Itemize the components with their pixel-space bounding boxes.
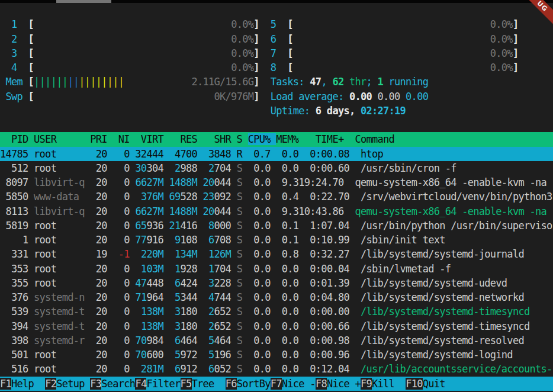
text-run: 5: [208, 349, 214, 361]
text-run: 600: [146, 349, 175, 361]
text-run: 376M: [135, 191, 163, 203]
text-run: ]: [253, 91, 259, 102]
text-run: S: [237, 234, 243, 246]
f4-label[interactable]: Filter: [146, 378, 180, 390]
text-run: 70: [135, 335, 146, 346]
text-run: ]: [513, 33, 519, 45]
f4-key[interactable]: F4: [135, 378, 146, 390]
text-run: S: [237, 248, 243, 260]
cpu-meter-row-4-8: 4 [ 0.0%] 8 [ 0.0%]: [0, 60, 553, 75]
process-row-8097[interactable]: 8097 libvirt-q 20 0 6627M 1488M 20044 S …: [0, 175, 553, 189]
text-run: 20 0: [90, 176, 135, 188]
text-run: 0.0%: [490, 18, 513, 30]
text-run: S: [237, 176, 243, 188]
text-run: running: [383, 76, 428, 88]
text-run: [124, 76, 191, 88]
f6-label[interactable]: SortBy: [237, 378, 271, 390]
text-run: [: [28, 47, 34, 59]
f3-label[interactable]: Search: [101, 378, 135, 390]
text-run: 20 0: [90, 205, 135, 217]
text-run: ]: [253, 62, 259, 73]
text-run: 228: [214, 277, 237, 289]
function-key-bar[interactable]: F1Help F2Setup F3SearchF4FilterF5Tree F6…: [0, 377, 553, 391]
f1-key[interactable]: F1: [0, 378, 11, 390]
text-run: 964: [146, 291, 175, 303]
text-run: [0, 105, 271, 117]
text-run: 5: [259, 18, 288, 30]
f9-key[interactable]: F9: [361, 378, 372, 390]
text-run: 912: [180, 363, 208, 375]
text-run: Mem: [0, 76, 28, 88]
text-run: 1 root 20 0: [0, 234, 135, 246]
text-run: 2: [0, 33, 28, 45]
f10-key[interactable]: F10: [406, 378, 423, 390]
text-run: 20 0: [90, 306, 135, 317]
text-run: ]: [513, 18, 519, 30]
process-row-355[interactable]: 355 root 20 0 47448 6424 3228 S 0.0 0.0 …: [0, 276, 553, 290]
text-run: 19:24.70: [298, 176, 355, 188]
text-run: [197, 205, 203, 217]
text-run: 4: [208, 291, 214, 303]
f7-label[interactable]: Nice -: [282, 378, 316, 390]
text-run: 304: [146, 162, 163, 174]
text-run: 220M: [141, 248, 163, 260]
text-run: 180: [181, 306, 209, 317]
process-row-14785[interactable]: 14785 root 20 0 32444 4700 3848 R 0.7 0.…: [0, 147, 553, 161]
text-run: 652: [214, 306, 237, 317]
text-run: S: [237, 363, 243, 375]
process-row-331[interactable]: 331 root 19 -1 220M 134M 126M S 0.0 0.8 …: [0, 247, 553, 261]
text-run: [293, 62, 490, 73]
text-run: 0.0 0.0 0:04.80 /lib/systemd/systemd-net…: [242, 291, 524, 303]
text-run: S: [237, 277, 243, 289]
text-run: 0.00: [349, 91, 378, 102]
text-run: 744: [214, 291, 237, 303]
text-run: 539: [0, 306, 34, 317]
f8-label[interactable]: Nice +: [327, 378, 361, 390]
f7-key[interactable]: F7: [271, 378, 282, 390]
process-row-353[interactable]: 353 root 20 0 103M 1928 1704 S 0.0 0.0 0…: [0, 262, 553, 276]
process-row-501[interactable]: 501 root 20 0 70600 5972 5196 S 0.0 0.0 …: [0, 348, 553, 362]
f1-label[interactable]: Help: [11, 378, 45, 390]
text-run: S: [237, 291, 243, 303]
process-row-516[interactable]: 516 root 20 0 281M 6912 6052 S 0.0 0.0 0…: [0, 362, 553, 376]
text-run: 6: [208, 234, 214, 246]
process-row-8113[interactable]: 8113 libvirt-q 20 0 6627M 1488M 20044 S …: [0, 204, 553, 219]
f2-key[interactable]: F2: [45, 378, 56, 390]
process-row-1[interactable]: 1 root 20 0 77916 9108 6708 S 0.0 0.1 0:…: [0, 233, 553, 247]
f9-label[interactable]: Kill: [372, 378, 406, 390]
text-run: thr: [343, 76, 366, 88]
process-row-5819[interactable]: 5819 root 20 0 65936 21416 8000 S 0.0 0.…: [0, 219, 553, 233]
text-run: 0.00: [378, 91, 406, 102]
process-row-512[interactable]: 512 root 20 0 30304 2988 2704 S 0.0 0.0 …: [0, 161, 553, 175]
text-run: 0.0%: [490, 62, 513, 73]
text-run: 1488M: [169, 176, 197, 188]
f2-label[interactable]: Setup: [56, 378, 90, 390]
text-run: 65: [135, 220, 146, 232]
text-run: 180: [181, 320, 209, 332]
text-run: 6627M: [135, 176, 163, 188]
process-row-394[interactable]: 394 systemd-t 20 0 138M 3180 2652 S 0.0 …: [0, 319, 553, 333]
text-run: 20: [203, 176, 214, 188]
f6-key[interactable]: F6: [226, 378, 237, 390]
process-row-376[interactable]: 376 systemd-n 20 0 71964 5344 4744 S 0.0…: [0, 290, 553, 304]
text-run: /lib/systemd/systemd-timesyncd: [361, 306, 529, 317]
text-run: 138M: [135, 306, 163, 317]
f5-key[interactable]: F5: [181, 378, 192, 390]
text-run: -1: [118, 248, 130, 260]
text-run: 20 0: [90, 291, 135, 303]
text-run: [34, 18, 231, 30]
cpu-meter-row-2-6: 2 [ 0.0%] 6 [ 0.0%]: [0, 32, 553, 46]
text-run: [: [287, 33, 293, 45]
process-row-5850[interactable]: 5850 www-data 20 0 376M 69528 23092 S 0.…: [0, 189, 553, 204]
table-header-row[interactable]: PID USER PRI NI VIRT RES SHR S CPU% MEM%…: [0, 132, 553, 146]
text-run: qemu-system-x86_64 -enable-kvm -na: [355, 205, 546, 217]
process-row-398[interactable]: 398 systemd-r 20 0 70984 6464 5464 S 0.0…: [0, 333, 553, 348]
process-row-539[interactable]: 539 systemd-t 20 0 138M 3180 2652 S 0.0 …: [0, 304, 553, 319]
f8-key[interactable]: F8: [316, 378, 327, 390]
f5-label[interactable]: Tree: [192, 378, 226, 390]
text-run: 0.0 0.0 0:00.96 /lib/systemd/systemd-log…: [242, 349, 513, 361]
f3-key[interactable]: F3: [90, 378, 101, 390]
text-run: 5850: [0, 191, 34, 203]
text-run: 47: [135, 277, 146, 289]
f10-label[interactable]: Quit: [423, 378, 456, 390]
